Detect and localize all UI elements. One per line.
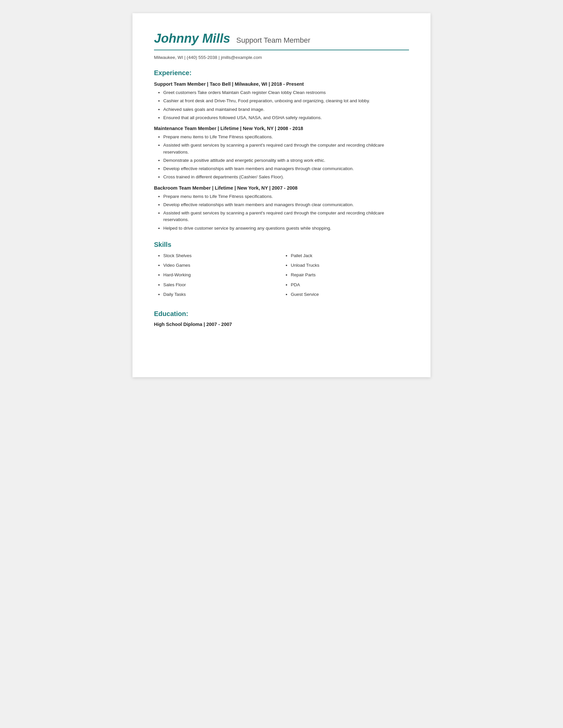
resume-page: Johnny Mills Support Team Member Milwauk… (132, 13, 431, 377)
skill-item: Pallet Jack (291, 252, 409, 259)
skills-left-col: Stock Shelves Video Games Hard-Working S… (154, 252, 282, 301)
bullet-item: Ensured that all procedures followed USA… (163, 114, 409, 121)
skill-item: Guest Service (291, 291, 409, 298)
job-header-3: Backroom Team Member | Lifetime | New Yo… (154, 185, 409, 191)
education-section: Education: High School Diploma | 2007 - … (154, 310, 409, 327)
bullet-item: Helped to drive customer service by answ… (163, 225, 409, 232)
education-section-title: Education: (154, 310, 409, 318)
bullet-item: Cashier at front desk and Drive-Thru, Fo… (163, 98, 409, 104)
header-divider (154, 50, 409, 50)
skills-left-list: Stock Shelves Video Games Hard-Working S… (154, 252, 282, 298)
contact-info: Milwaukee, WI | (440) 555-2038 | jmills@… (154, 55, 409, 60)
experience-section: Experience: Support Team Member | Taco B… (154, 69, 409, 232)
skill-item: Stock Shelves (163, 252, 282, 259)
skills-right-col: Pallet Jack Unload Trucks Repair Parts P… (282, 252, 409, 301)
bullet-item: Assisted with guest services by scanning… (163, 142, 409, 156)
bullet-item: Prepare menu items to Life Time Fitness … (163, 134, 409, 140)
experience-section-title: Experience: (154, 69, 409, 77)
bullet-item: Cross trained in different departments (… (163, 174, 409, 180)
skill-item: Video Games (163, 262, 282, 269)
skill-item: Daily Tasks (163, 291, 282, 298)
education-entry-1: High School Diploma | 2007 - 2007 (154, 322, 409, 327)
skill-item: PDA (291, 282, 409, 288)
skill-item: Unload Trucks (291, 262, 409, 269)
job-header-2: Maintenance Team Member | Lifetime | New… (154, 126, 409, 131)
resume-header: Johnny Mills Support Team Member (154, 31, 409, 46)
bullet-item: Prepare menu items to Life Time Fitness … (163, 193, 409, 200)
skills-right-list: Pallet Jack Unload Trucks Repair Parts P… (282, 252, 409, 298)
bullet-item: Demonstrate a positive attitude and ener… (163, 157, 409, 164)
job-bullets-1: Greet customers Take orders Maintain Cas… (154, 89, 409, 121)
job-header-1: Support Team Member | Taco Bell | Milwau… (154, 81, 409, 87)
bullet-item: Develop effective relationships with tea… (163, 165, 409, 172)
job-bullets-3: Prepare menu items to Life Time Fitness … (154, 193, 409, 232)
bullet-item: Achieved sales goals and maintained bran… (163, 106, 409, 113)
skills-columns: Stock Shelves Video Games Hard-Working S… (154, 252, 409, 301)
job-entry-1: Support Team Member | Taco Bell | Milwau… (154, 81, 409, 121)
bullet-item: Develop effective relationships with tea… (163, 202, 409, 208)
skill-item: Hard-Working (163, 272, 282, 278)
bullet-item: Assisted with guest services by scanning… (163, 210, 409, 223)
job-bullets-2: Prepare menu items to Life Time Fitness … (154, 134, 409, 181)
job-entry-3: Backroom Team Member | Lifetime | New Yo… (154, 185, 409, 232)
candidate-title: Support Team Member (236, 36, 310, 44)
job-entry-2: Maintenance Team Member | Lifetime | New… (154, 126, 409, 181)
skill-item: Sales Floor (163, 282, 282, 288)
skill-item: Repair Parts (291, 272, 409, 278)
candidate-name: Johnny Mills (154, 31, 230, 45)
skills-section-title: Skills (154, 241, 409, 249)
skills-section: Skills Stock Shelves Video Games Hard-Wo… (154, 241, 409, 301)
bullet-item: Greet customers Take orders Maintain Cas… (163, 89, 409, 96)
